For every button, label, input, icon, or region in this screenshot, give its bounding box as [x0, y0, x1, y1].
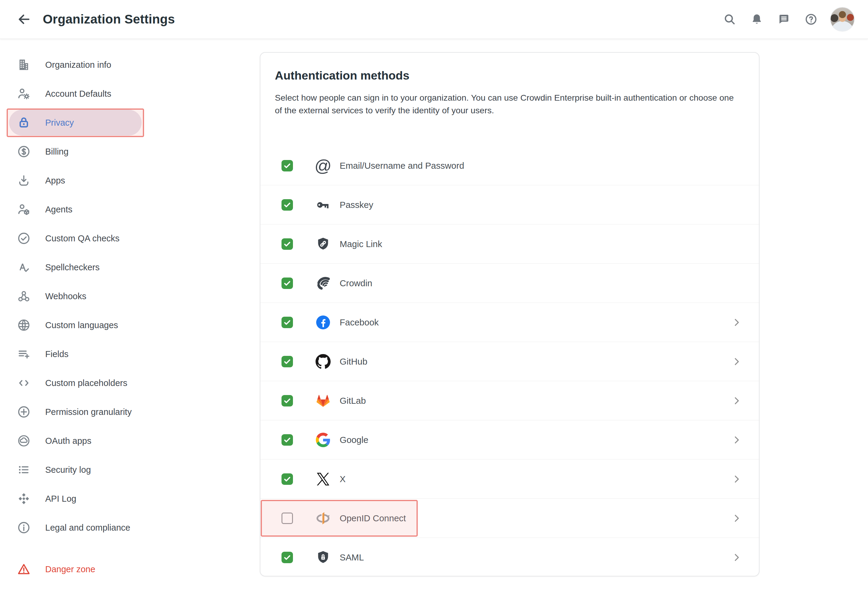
notifications-bell-icon[interactable] [750, 12, 764, 26]
auth-row-passkey: Passkey [260, 185, 759, 224]
checked-checkbox-facebook[interactable] [282, 317, 293, 328]
at-icon: @ [315, 158, 331, 174]
checked-checkbox-passkey[interactable] [282, 199, 293, 211]
sidebar-item-danger-zone[interactable]: Danger zone [0, 555, 142, 584]
auth-row-email-username-and-password: @ Email/Username and Password [260, 146, 759, 185]
user-avatar[interactable] [830, 7, 855, 32]
sidebar-item-agents[interactable]: Agents [0, 195, 142, 224]
sidebar-item-billing[interactable]: Billing [0, 137, 142, 166]
webhook-icon [17, 289, 31, 303]
search-icon[interactable] [723, 12, 737, 26]
user-gear-icon [17, 87, 31, 101]
auth-row-saml: SAML [260, 538, 759, 577]
sidebar-item-custom-placeholders[interactable]: Custom placeholders [0, 369, 142, 397]
card-description: Select how people can sign in to your or… [275, 91, 741, 117]
cloud-circle-icon [17, 434, 31, 448]
x-logo-icon [315, 471, 331, 487]
lock-icon [17, 116, 31, 130]
openid-icon [315, 510, 331, 527]
sidebar-item-label: Organization info [45, 60, 111, 70]
sidebar-item-label: Privacy [45, 118, 74, 128]
chevron-right-icon[interactable] [731, 474, 742, 485]
sidebar-item-account-defaults[interactable]: Account Defaults [0, 79, 142, 108]
sidebar-item-fields[interactable]: Fields [0, 339, 142, 369]
auth-method-label: Google [340, 435, 368, 445]
sidebar-item-label: Agents [45, 205, 72, 215]
authentication-methods-card: Authentication methods Select how people… [260, 52, 760, 577]
sidebar-item-label: OAuth apps [45, 436, 92, 446]
sidebar-item-label: Account Defaults [45, 89, 111, 99]
sidebar-item-label: Custom placeholders [45, 378, 127, 388]
auth-method-label: Magic Link [340, 239, 382, 249]
sidebar-item-organization-info[interactable]: Organization info [0, 50, 142, 79]
code-brackets-icon [17, 376, 31, 390]
diamonds-icon [17, 492, 31, 506]
sidebar-item-label: Fields [45, 349, 68, 359]
passkey-icon [315, 197, 331, 213]
plus-circle-icon [17, 405, 31, 419]
sidebar-item-label: Danger zone [45, 564, 95, 574]
chevron-right-icon[interactable] [731, 317, 742, 328]
sidebar-item-label: Custom languages [45, 320, 118, 330]
chevron-right-icon[interactable] [731, 513, 742, 524]
sidebar-item-security-log[interactable]: Security log [0, 455, 142, 484]
auth-row-facebook: Facebook [260, 303, 759, 342]
info-circle-icon [17, 521, 31, 534]
sidebar-item-apps[interactable]: Apps [0, 166, 142, 195]
unchecked-checkbox-openid-connect[interactable] [282, 513, 293, 524]
sidebar-item-oauth-apps[interactable]: OAuth apps [0, 426, 142, 455]
checked-checkbox-gitlab[interactable] [282, 395, 293, 407]
chevron-right-icon[interactable] [731, 356, 742, 367]
auth-method-label: X [340, 474, 346, 484]
sidebar-item-custom-languages[interactable]: Custom languages [0, 311, 142, 339]
sidebar-item-spellcheckers[interactable]: Spellcheckers [0, 253, 142, 282]
auth-row-openid-connect: OpenID Connect [260, 499, 759, 538]
help-icon[interactable] [804, 12, 818, 26]
checked-checkbox-magic-link[interactable] [282, 238, 293, 250]
saml-icon [315, 549, 331, 566]
checked-checkbox-github[interactable] [282, 356, 293, 367]
header-actions [710, 7, 855, 32]
spellcheck-icon [17, 260, 31, 274]
chevron-right-icon[interactable] [731, 395, 742, 406]
sidebar-item-permission-granularity[interactable]: Permission granularity [0, 397, 142, 426]
back-arrow-icon[interactable] [17, 12, 31, 27]
card-title: Authentication methods [275, 69, 744, 82]
list-plus-icon [17, 347, 31, 361]
github-icon [315, 354, 331, 370]
app-header: Organization Settings [0, 0, 868, 39]
auth-method-list: @ Email/Username and Password Passkey Ma… [260, 146, 759, 577]
globe-icon [17, 318, 31, 332]
sidebar-item-api-log[interactable]: API Log [0, 484, 142, 513]
gitlab-icon [315, 392, 331, 409]
checked-checkbox-email-username-and-password[interactable] [282, 160, 293, 171]
chevron-right-icon[interactable] [731, 552, 742, 563]
building-icon [17, 58, 31, 72]
auth-row-github: GitHub [260, 342, 759, 381]
checked-checkbox-crowdin[interactable] [282, 277, 293, 289]
google-icon [315, 432, 331, 448]
warning-triangle-icon [17, 562, 31, 576]
sidebar-item-legal-and-compliance[interactable]: Legal and compliance [0, 513, 142, 542]
user-cube-icon [17, 202, 31, 216]
page-title: Organization Settings [43, 12, 175, 27]
sidebar-item-label: Webhooks [45, 291, 87, 301]
auth-method-label: Email/Username and Password [340, 161, 464, 171]
checked-checkbox-saml[interactable] [282, 552, 293, 563]
sidebar-item-custom-qa-checks[interactable]: Custom QA checks [0, 224, 142, 253]
auth-method-label: Passkey [340, 200, 373, 210]
sidebar-item-label: Billing [45, 147, 68, 157]
checked-checkbox-x[interactable] [282, 474, 293, 485]
check-circle-icon [17, 232, 31, 245]
sidebar-item-label: Legal and compliance [45, 523, 130, 533]
auth-method-label: OpenID Connect [340, 513, 406, 524]
sidebar-item-label: Spellcheckers [45, 263, 100, 272]
chevron-right-icon[interactable] [731, 435, 742, 445]
download-icon [17, 174, 31, 187]
sidebar-item-privacy[interactable]: Privacy [0, 108, 142, 137]
messages-chat-icon[interactable] [777, 12, 791, 26]
checked-checkbox-google[interactable] [282, 434, 293, 445]
bullet-list-icon [17, 463, 31, 477]
sidebar-item-webhooks[interactable]: Webhooks [0, 282, 142, 311]
sidebar-item-label: Custom QA checks [45, 233, 120, 243]
